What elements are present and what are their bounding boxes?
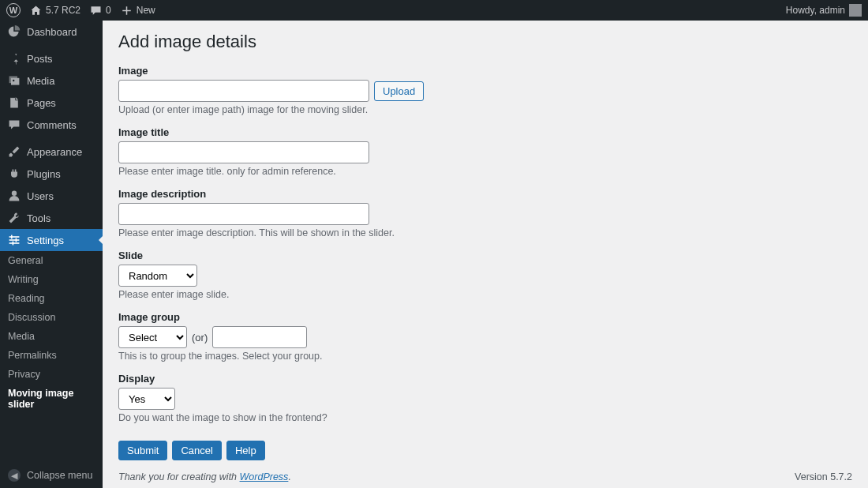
admin-sidebar: DashboardPostsMediaPagesCommentsAppearan… <box>0 21 103 488</box>
avatar-icon <box>849 4 862 17</box>
wp-version: 5.7 RC2 <box>46 5 80 16</box>
media-icon <box>8 74 21 87</box>
collapse-menu-button[interactable]: ◀ Collapse menu <box>0 463 103 488</box>
wordpress-link[interactable]: WordPress <box>240 471 289 482</box>
display-select[interactable]: Yes <box>118 388 175 410</box>
sidebar-item-settings[interactable]: Settings <box>0 229 103 251</box>
submenu-item-moving-image-slider[interactable]: Moving image slider <box>0 384 103 414</box>
sidebar-item-comments[interactable]: Comments <box>0 114 103 136</box>
slide-label: Slide <box>118 250 852 261</box>
submenu-item-media[interactable]: Media <box>0 327 103 346</box>
image-help: Upload (or enter image path) image for t… <box>118 104 852 115</box>
comment-icon <box>8 118 21 131</box>
page-title: Add image details <box>118 32 852 52</box>
plus-icon <box>121 5 133 17</box>
wordpress-logo-icon: W <box>6 3 21 17</box>
new-content-link[interactable]: New <box>121 5 155 17</box>
image-desc-input[interactable] <box>118 203 369 225</box>
account-menu[interactable]: Howdy, admin <box>786 4 862 17</box>
title-help: Please enter image title. only for admin… <box>118 166 852 177</box>
group-select[interactable]: Select <box>118 326 187 348</box>
comment-icon <box>90 5 102 17</box>
wrench-icon <box>8 212 21 224</box>
image-path-input[interactable] <box>118 80 369 102</box>
collapse-icon: ◀ <box>8 469 21 482</box>
admin-footer: Thank you for creating with WordPress. V… <box>118 460 852 488</box>
footer-thanks: Thank you for creating with WordPress. <box>118 471 291 482</box>
comments-link[interactable]: 0 <box>90 5 111 17</box>
sidebar-item-plugins[interactable]: Plugins <box>0 163 103 185</box>
pages-icon <box>8 96 21 109</box>
sidebar-item-media[interactable]: Media <box>0 69 103 92</box>
sidebar-item-appearance[interactable]: Appearance <box>0 141 103 163</box>
submenu-item-general[interactable]: General <box>0 251 103 270</box>
wp-logo-menu[interactable]: W <box>6 3 21 17</box>
admin-topbar: W 5.7 RC2 0 New Howdy, admin <box>0 0 868 21</box>
plug-icon <box>8 167 21 180</box>
upload-button[interactable]: Upload <box>374 81 424 101</box>
sidebar-item-posts[interactable]: Posts <box>0 47 103 69</box>
title-label: Image title <box>118 126 852 138</box>
image-label: Image <box>118 65 852 77</box>
submit-button[interactable]: Submit <box>118 441 167 460</box>
submenu-item-privacy[interactable]: Privacy <box>0 365 103 384</box>
image-title-input[interactable] <box>118 141 369 163</box>
submenu-item-reading[interactable]: Reading <box>0 289 103 308</box>
submenu-item-writing[interactable]: Writing <box>0 270 103 289</box>
sidebar-item-dashboard[interactable]: Dashboard <box>0 21 103 43</box>
slide-help: Please enter image slide. <box>118 289 852 300</box>
settings-icon <box>8 234 21 246</box>
sidebar-item-users[interactable]: Users <box>0 185 103 207</box>
settings-submenu: GeneralWritingReadingDiscussionMediaPerm… <box>0 251 103 414</box>
cancel-button[interactable]: Cancel <box>172 441 221 460</box>
group-or-text: (or) <box>192 332 208 343</box>
group-help: This is to group the images. Select your… <box>118 351 852 362</box>
group-label: Image group <box>118 311 852 323</box>
help-button[interactable]: Help <box>226 441 265 460</box>
slide-select[interactable]: Random <box>118 265 197 287</box>
sidebar-item-tools[interactable]: Tools <box>0 207 103 229</box>
footer-version: Version 5.7.2 <box>795 471 852 482</box>
submenu-item-permalinks[interactable]: Permalinks <box>0 346 103 365</box>
desc-help: Please enter image description. This wil… <box>118 227 852 238</box>
brush-icon <box>8 145 21 158</box>
dashboard-icon <box>8 25 21 38</box>
display-help: Do you want the image to show in the fro… <box>118 412 852 423</box>
sidebar-item-pages[interactable]: Pages <box>0 92 103 114</box>
site-home-link[interactable]: 5.7 RC2 <box>30 5 80 17</box>
desc-label: Image description <box>118 188 852 200</box>
home-icon <box>30 5 42 17</box>
howdy-text: Howdy, admin <box>786 5 845 16</box>
main-content: Add image details Image Upload Upload (o… <box>103 21 868 488</box>
comments-count: 0 <box>106 5 111 16</box>
display-label: Display <box>118 373 852 385</box>
pin-icon <box>8 52 21 65</box>
submenu-item-discussion[interactable]: Discussion <box>0 308 103 327</box>
group-text-input[interactable] <box>212 326 307 348</box>
user-icon <box>8 190 21 202</box>
